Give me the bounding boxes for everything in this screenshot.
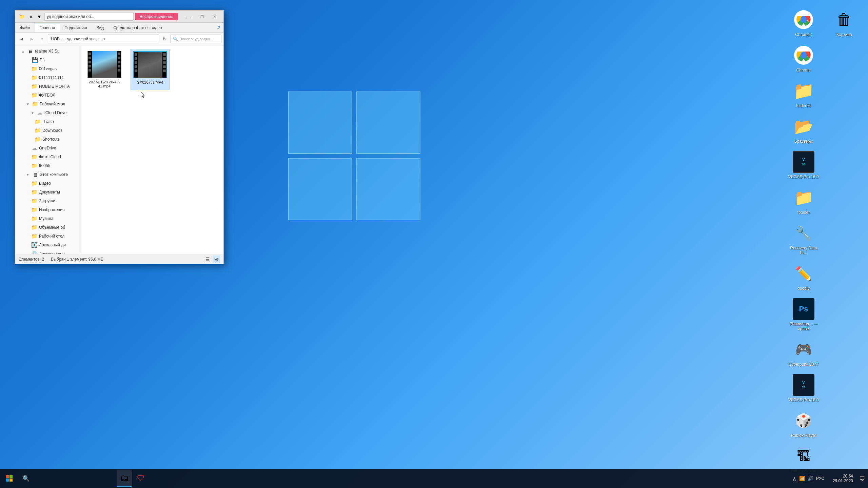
- taskbar-systray: ∧ 📶 🔊 РУС: [787, 475, 829, 482]
- desktop-icon-foolder[interactable]: 📁 foolder: [785, 185, 822, 217]
- up-button[interactable]: ↑: [38, 35, 46, 43]
- futbol-icon: 📁: [31, 92, 38, 98]
- quick-access-1[interactable]: ◄: [27, 13, 34, 20]
- nav-item-it0055[interactable]: 📁 It0055: [15, 161, 81, 170]
- taskbar-item-antivirus[interactable]: 🛡: [134, 470, 148, 487]
- maximize-button[interactable]: □: [196, 11, 208, 22]
- muzyka-icon: 📁: [31, 216, 38, 222]
- film-strip-left-2: [134, 52, 138, 78]
- realme-label: realme X3 Su: [35, 49, 60, 54]
- nav-item-etot-komputer[interactable]: ▼ 🖥 Этот компьюте: [15, 170, 81, 179]
- desktop-icon-vegas18[interactable]: V18 VEGAS Pro 18.0: [785, 372, 822, 404]
- taskbar-search-icon: 🔍: [22, 475, 30, 482]
- nav-item-obemnye[interactable]: 📁 Объемные об: [15, 223, 81, 232]
- nav-item-01111[interactable]: 📁 01111111111: [15, 73, 81, 82]
- nav-item-001vegas[interactable]: 📁 001vegas: [15, 64, 81, 73]
- quick-access-2[interactable]: ▼: [36, 13, 43, 20]
- it0055-label: It0055: [39, 163, 50, 168]
- desktop-icon-vegas16[interactable]: V18 VEGAS Pro 16.0: [785, 149, 822, 181]
- lokalny-icon: 💽: [31, 242, 38, 248]
- nav-item-muzyka[interactable]: 📁 Музыка: [15, 214, 81, 223]
- tab-home[interactable]: Главная: [35, 23, 60, 32]
- taskbar-item-explorer[interactable]: 🗂: [117, 470, 132, 487]
- file-name-1: 2023-01-29 20-43-41.mp4: [87, 80, 122, 88]
- nav-item-diskovoe1[interactable]: 💿 Дисковое про: [15, 249, 81, 254]
- desktop-icon-cyberpunk[interactable]: 🎮 Cyberpunk 2077: [785, 337, 822, 369]
- forward-button[interactable]: ►: [27, 35, 36, 43]
- nav-item-video[interactable]: 📁 Видео: [15, 179, 81, 188]
- desktop-icon-chrome[interactable]: Chrome: [785, 42, 822, 75]
- film-cell: [163, 53, 166, 56]
- notification-button[interactable]: 🗨: [856, 475, 868, 482]
- desktop-icon-doodly[interactable]: ✏️ doodly: [785, 261, 822, 293]
- status-selected: Выбран 1 элемент: 95,6 МБ: [51, 257, 103, 262]
- nav-item-icloud[interactable]: ▼ ☁ iCloud Drive: [15, 108, 81, 117]
- tab-share[interactable]: Поделиться: [60, 23, 92, 32]
- nav-item-zagruzki[interactable]: 📁 Загрузки: [15, 197, 81, 205]
- video-thumbnail-1: [88, 51, 121, 78]
- search-box[interactable]: 🔍 Поиск в: уд водян...: [171, 35, 221, 43]
- rabochiy-label: Рабочий стол: [40, 102, 65, 106]
- help-button[interactable]: ?: [214, 23, 223, 32]
- tab-video-tools[interactable]: Средства работы с видео: [108, 23, 166, 32]
- systray-sound[interactable]: 🔊: [808, 476, 813, 481]
- systray-network[interactable]: 📶: [799, 476, 805, 481]
- nav-item-trash[interactable]: 📁 .Trash: [15, 117, 81, 126]
- view-grid-button[interactable]: ⊞: [213, 256, 220, 263]
- nav-item-onedrive[interactable]: ☁ OneDrive: [15, 144, 81, 152]
- vegas18-label: VEGAS Pro 18.0: [788, 398, 819, 402]
- film-cell: [135, 65, 137, 68]
- onedrive-icon: ☁: [31, 145, 38, 151]
- nav-item-novye[interactable]: 📁 НОВЫЕ МОНТА: [15, 82, 81, 91]
- desktop-icon-korzina[interactable]: 🗑 Корзина: [826, 7, 863, 39]
- file-item-2[interactable]: GX010731.MP4: [131, 49, 170, 90]
- view-list-button[interactable]: ☰: [204, 256, 211, 263]
- expand-realme: ▲: [21, 49, 25, 53]
- svg-point-5: [801, 53, 806, 58]
- start-button[interactable]: [0, 469, 19, 488]
- refresh-button[interactable]: ↻: [160, 35, 169, 43]
- nav-item-e-drive[interactable]: 💾 E:\: [15, 56, 81, 64]
- trash-label: .Trash: [42, 119, 54, 124]
- desktop-icon-photoshop[interactable]: Ps Photoshop... — ярлык: [785, 296, 822, 333]
- taskbar-search[interactable]: 🔍: [19, 472, 114, 485]
- systray-chevron[interactable]: ∧: [792, 475, 796, 482]
- win-logo-cell-br: [356, 158, 420, 220]
- desktop-icon-roblox-player[interactable]: 🎲 Roblox Player: [785, 408, 822, 440]
- desktop-icon-folder04[interactable]: 📁 folder04: [785, 78, 822, 110]
- tab-view[interactable]: Вид: [92, 23, 108, 32]
- tab-file[interactable]: Файл: [15, 23, 35, 32]
- vegas16-icon: V18: [793, 151, 814, 173]
- clock-time: 20:54: [833, 474, 853, 479]
- obemnye-icon: 📁: [31, 224, 38, 230]
- nav-item-futbol[interactable]: 📁 ФУТБОЛ: [15, 91, 81, 100]
- lokalny-label: Локальный ди: [39, 243, 66, 247]
- film-cell: [163, 69, 166, 72]
- file-item-1[interactable]: 2023-01-29 20-43-41.mp4: [85, 49, 124, 90]
- desktop-icon-brauzery[interactable]: 📂 Браузеры: [785, 114, 822, 146]
- back-button[interactable]: ◄: [17, 35, 26, 43]
- taskbar: 🔍 🗂 🛡 ∧ 📶 🔊 РУС 20:54 29.01.2023 🗨: [0, 469, 868, 488]
- desktop-icon-chrome2[interactable]: Chrome2: [785, 7, 822, 39]
- nav-item-lokalny[interactable]: 💽 Локальный ди: [15, 241, 81, 249]
- nav-item-realme[interactable]: ▲ 🖥 realme X3 Su: [15, 47, 81, 56]
- expand-icloud: ▼: [31, 111, 35, 115]
- expand-etot: ▼: [26, 173, 30, 177]
- taskbar-clock[interactable]: 20:54 29.01.2023: [829, 474, 856, 483]
- folder04-label: folder04: [796, 103, 811, 108]
- nav-item-rabochiy2[interactable]: 📁 Рабочий стол: [15, 232, 81, 241]
- film-cell: [163, 61, 166, 64]
- play-button[interactable]: Воспроизведение: [135, 13, 178, 20]
- nav-item-foto-icloud[interactable]: 📁 Фото iCloud: [15, 152, 81, 161]
- nav-item-downloads[interactable]: 📁 Downloads: [15, 126, 81, 135]
- systray-lang[interactable]: РУС: [816, 476, 824, 481]
- nav-item-izobrazheniya[interactable]: 📁 Изображения: [15, 205, 81, 214]
- vegas16-label: VEGAS Pro 16.0: [788, 175, 819, 179]
- nav-item-shortcuts[interactable]: 📁 Shortcuts: [15, 135, 81, 144]
- nav-item-dokumenty[interactable]: 📁 Документы: [15, 188, 81, 197]
- desktop-icon-recovery[interactable]: 🔧 Recovery Data Pr...: [785, 220, 822, 257]
- address-path[interactable]: НОВ... › уд водяной знак ... ▾: [48, 35, 159, 43]
- minimize-button[interactable]: —: [183, 11, 195, 22]
- close-button[interactable]: ✕: [209, 11, 221, 22]
- nav-item-rabochiy[interactable]: ▼ 📁 Рабочий стол: [15, 100, 81, 108]
